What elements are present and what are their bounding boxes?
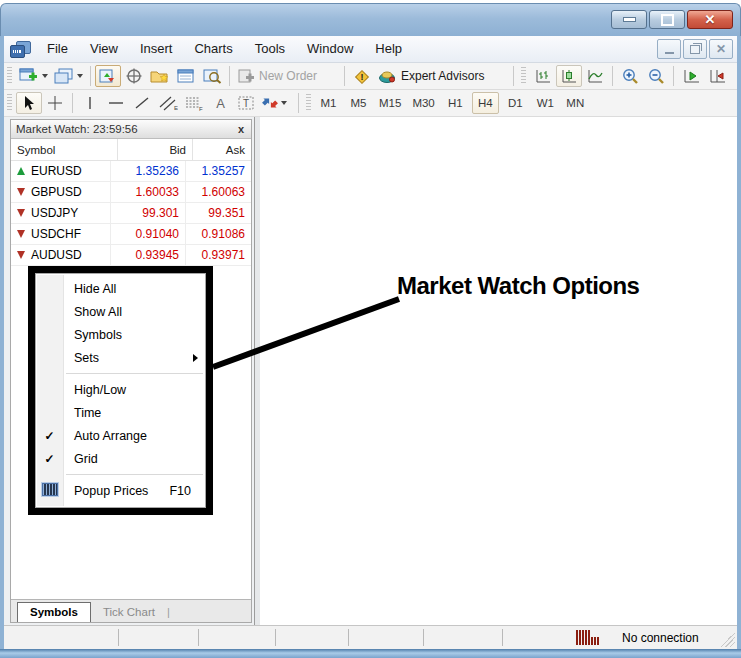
column-symbol[interactable]: Symbol bbox=[11, 139, 118, 160]
column-ask[interactable]: Ask bbox=[193, 144, 251, 156]
navigator-button[interactable] bbox=[147, 65, 173, 87]
market-watch-row-usdchf[interactable]: USDCHF0.910400.91086 bbox=[11, 224, 251, 245]
market-watch-icon bbox=[99, 68, 117, 84]
cursor-icon bbox=[22, 95, 36, 111]
ea-alert-button[interactable]: ! bbox=[349, 65, 375, 87]
fibonacci-button[interactable]: F bbox=[181, 92, 207, 114]
menu-view[interactable]: View bbox=[79, 36, 129, 62]
line-chart-button[interactable] bbox=[582, 65, 608, 87]
bid-value: 99.301 bbox=[111, 203, 186, 223]
bar-chart-button[interactable] bbox=[530, 65, 556, 87]
resize-grip[interactable] bbox=[720, 632, 735, 647]
ask-value: 0.93971 bbox=[186, 245, 251, 265]
timeframe-mn[interactable]: MN bbox=[562, 92, 589, 114]
menu-tools[interactable]: Tools bbox=[244, 36, 296, 62]
context-menu-item-popup-prices[interactable]: Popup PricesF10 bbox=[36, 479, 205, 502]
context-menu-item-hide-all[interactable]: Hide All bbox=[36, 277, 205, 300]
data-window-icon bbox=[125, 68, 143, 84]
tab-tick-chart[interactable]: Tick Chart bbox=[91, 603, 167, 622]
timeframe-m1[interactable]: M1 bbox=[315, 92, 342, 114]
timeframe-m5[interactable]: M5 bbox=[345, 92, 372, 114]
menu-item-label: Show All bbox=[74, 305, 205, 319]
candlestick-chart-button[interactable] bbox=[556, 65, 582, 87]
text-label-button[interactable]: T bbox=[233, 92, 259, 114]
terminal-button[interactable] bbox=[173, 65, 199, 87]
context-menu-item-symbols[interactable]: Symbols bbox=[36, 323, 205, 346]
market-watch-row-eurusd[interactable]: EURUSD1.352361.35257 bbox=[11, 161, 251, 182]
market-watch-row-audusd[interactable]: AUDUSD0.939450.93971 bbox=[11, 245, 251, 266]
menu-insert[interactable]: Insert bbox=[129, 36, 184, 62]
market-watch-header[interactable]: Market Watch: 23:59:56 x bbox=[11, 120, 251, 139]
maximize-icon bbox=[661, 14, 674, 26]
navigator-icon bbox=[150, 68, 170, 84]
child-restore-button[interactable] bbox=[683, 39, 707, 59]
data-window-button[interactable] bbox=[121, 65, 147, 87]
menu-item-label: Symbols bbox=[74, 328, 205, 342]
title-bar[interactable]: ✕ bbox=[0, 3, 741, 36]
cursor-button[interactable] bbox=[16, 92, 42, 114]
timeframe-group: M1M5M15M30H1H4D1W1MN bbox=[315, 90, 589, 116]
toolbar-grip[interactable] bbox=[521, 67, 526, 85]
arrows-button[interactable] bbox=[259, 92, 290, 114]
timeframe-h1[interactable]: H1 bbox=[442, 92, 469, 114]
context-menu-item-time[interactable]: Time bbox=[36, 401, 205, 424]
toolbar-grip[interactable] bbox=[7, 94, 12, 112]
timeframe-w1[interactable]: W1 bbox=[532, 92, 559, 114]
signal-bar bbox=[597, 637, 599, 645]
bar-chart-icon bbox=[534, 68, 552, 84]
arrows-dropdown-icon bbox=[281, 101, 287, 105]
crosshair-button[interactable] bbox=[42, 92, 68, 114]
close-icon: ✕ bbox=[705, 13, 716, 26]
tab-symbols[interactable]: Symbols bbox=[17, 602, 91, 622]
new-order-button[interactable]: New Order bbox=[234, 65, 320, 87]
minimize-button[interactable] bbox=[611, 10, 647, 29]
zoom-in-button[interactable] bbox=[617, 65, 643, 87]
menu-file[interactable]: File bbox=[36, 36, 79, 62]
menu-window[interactable]: Window bbox=[296, 36, 364, 62]
line-chart-icon bbox=[586, 68, 604, 84]
toolbar-grip[interactable] bbox=[7, 67, 12, 85]
timeframe-m15[interactable]: M15 bbox=[375, 92, 405, 114]
toolbar-grip[interactable] bbox=[306, 94, 311, 112]
market-watch-row-gbpusd[interactable]: GBPUSD1.600331.60063 bbox=[11, 182, 251, 203]
context-menu-item-show-all[interactable]: Show All bbox=[36, 300, 205, 323]
context-menu-item-high-low[interactable]: High/Low bbox=[36, 378, 205, 401]
down-arrow-icon bbox=[17, 188, 25, 196]
down-arrow-icon bbox=[17, 230, 25, 238]
expert-advisors-button[interactable]: Expert Advisors bbox=[375, 65, 487, 87]
horizontal-line-button[interactable] bbox=[103, 92, 129, 114]
close-button[interactable]: ✕ bbox=[687, 10, 733, 29]
strategy-tester-button[interactable] bbox=[199, 65, 225, 87]
market-watch-toggle-button[interactable] bbox=[95, 65, 121, 87]
menu-help[interactable]: Help bbox=[364, 36, 413, 62]
maximize-button[interactable] bbox=[649, 10, 685, 29]
equidistant-channel-button[interactable]: E bbox=[155, 92, 181, 114]
timeframe-h4[interactable]: H4 bbox=[472, 92, 499, 114]
profiles-button[interactable] bbox=[51, 65, 86, 87]
toolbar-separator bbox=[229, 66, 230, 86]
context-menu-item-auto-arrange[interactable]: ✓Auto Arrange bbox=[36, 424, 205, 447]
vertical-line-icon bbox=[84, 95, 96, 111]
menu-separator bbox=[66, 474, 203, 475]
chart-shift-button[interactable] bbox=[704, 65, 730, 87]
text-button[interactable]: A bbox=[207, 92, 233, 114]
auto-scroll-button[interactable] bbox=[678, 65, 704, 87]
trendline-button[interactable] bbox=[129, 92, 155, 114]
context-menu-item-sets[interactable]: Sets bbox=[36, 346, 205, 369]
symbol-cell: GBPUSD bbox=[11, 182, 111, 202]
child-close-button[interactable]: ✕ bbox=[709, 39, 733, 59]
timeframe-d1[interactable]: D1 bbox=[502, 92, 529, 114]
menu-charts[interactable]: Charts bbox=[183, 36, 243, 62]
timeframe-m30[interactable]: M30 bbox=[408, 92, 438, 114]
market-watch-close-icon[interactable]: x bbox=[236, 124, 246, 135]
zoom-out-button[interactable] bbox=[643, 65, 669, 87]
status-separator bbox=[118, 629, 119, 646]
toolbar-separator bbox=[72, 93, 73, 113]
context-menu-item-grid[interactable]: ✓Grid bbox=[36, 447, 205, 470]
vertical-line-button[interactable] bbox=[77, 92, 103, 114]
market-watch-row-usdjpy[interactable]: USDJPY99.30199.351 bbox=[11, 203, 251, 224]
column-bid[interactable]: Bid bbox=[118, 139, 193, 160]
child-minimize-button[interactable] bbox=[657, 39, 681, 59]
new-chart-button[interactable] bbox=[16, 65, 51, 87]
symbol-label: USDCHF bbox=[31, 227, 81, 241]
